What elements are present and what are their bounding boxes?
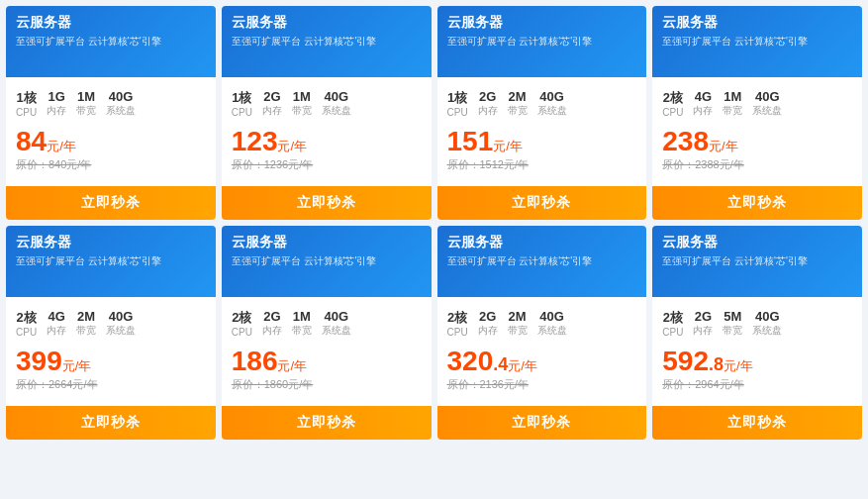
bw-label: 带宽 bbox=[292, 324, 312, 338]
product-card-3: 云服务器 至强可扩展平台 云计算核'芯'引擎 1核 CPU 2G 内存 2M 带… bbox=[437, 6, 647, 220]
spec-mem: 2G 内存 bbox=[478, 309, 498, 338]
spec-cpu: 2核 CPU bbox=[447, 309, 468, 338]
buy-button[interactable]: 立即秒杀 bbox=[652, 406, 862, 440]
mem-label: 内存 bbox=[262, 324, 282, 338]
spec-bw: 1M 带宽 bbox=[292, 309, 312, 338]
cpu-label: CPU bbox=[447, 327, 468, 338]
price-current: 84元/年 bbox=[16, 128, 206, 155]
card-title: 云服务器 bbox=[232, 234, 422, 251]
price-current: 399元/年 bbox=[16, 348, 206, 375]
disk-label: 系统盘 bbox=[322, 324, 351, 338]
disk-value: 40G bbox=[755, 89, 780, 104]
price-original: 原价：2964元/年 bbox=[662, 377, 852, 392]
mem-label: 内存 bbox=[47, 104, 66, 118]
bw-value: 2M bbox=[509, 309, 527, 324]
cpu-value: 2核 bbox=[663, 309, 683, 327]
spec-cpu: 1核 CPU bbox=[232, 89, 252, 118]
bw-label: 带宽 bbox=[76, 104, 96, 118]
spec-cpu: 2核 CPU bbox=[16, 309, 37, 338]
bw-label: 带宽 bbox=[76, 324, 96, 338]
bw-label: 带宽 bbox=[723, 324, 742, 338]
price-original: 原价：1860元/年 bbox=[232, 377, 422, 392]
card-header: 云服务器 至强可扩展平台 云计算核'芯'引擎 bbox=[652, 226, 862, 297]
price-decimal: .8 bbox=[709, 354, 723, 374]
card-header: 云服务器 至强可扩展平台 云计算核'芯'引擎 bbox=[222, 226, 432, 297]
price-unit: 元/年 bbox=[47, 139, 76, 153]
spec-disk: 40G 系统盘 bbox=[322, 89, 351, 118]
cpu-label: CPU bbox=[232, 107, 252, 118]
disk-label: 系统盘 bbox=[322, 104, 351, 118]
spec-bw: 2M 带宽 bbox=[508, 89, 528, 118]
spec-cpu: 1核 CPU bbox=[447, 89, 468, 118]
spec-mem: 2G 内存 bbox=[693, 309, 713, 338]
card-body: 2核 CPU 4G 内存 1M 带宽 40G 系统盘 238元/年 bbox=[652, 77, 862, 186]
disk-value: 40G bbox=[109, 309, 134, 324]
cpu-value: 1核 bbox=[16, 89, 36, 107]
card-title: 云服务器 bbox=[16, 14, 206, 32]
specs: 1核 CPU 2G 内存 2M 带宽 40G 系统盘 bbox=[447, 89, 637, 118]
specs: 2核 CPU 4G 内存 2M 带宽 40G 系统盘 bbox=[16, 309, 206, 338]
cpu-value: 2核 bbox=[447, 309, 467, 327]
buy-button[interactable]: 立即秒杀 bbox=[652, 186, 862, 220]
disk-value: 40G bbox=[325, 309, 349, 324]
product-card-8: 云服务器 至强可扩展平台 云计算核'芯'引擎 2核 CPU 2G 内存 5M 带… bbox=[652, 226, 862, 440]
mem-value: 2G bbox=[479, 89, 496, 104]
card-header: 云服务器 至强可扩展平台 云计算核'芯'引擎 bbox=[437, 6, 647, 77]
card-header: 云服务器 至强可扩展平台 云计算核'芯'引擎 bbox=[437, 226, 647, 297]
spec-mem: 2G 内存 bbox=[262, 89, 282, 118]
spec-cpu: 1核 CPU bbox=[16, 89, 37, 118]
cpu-label: CPU bbox=[662, 327, 683, 338]
card-body: 2核 CPU 4G 内存 2M 带宽 40G 系统盘 399元/年 bbox=[6, 297, 216, 406]
card-body: 1核 CPU 2G 内存 2M 带宽 40G 系统盘 151元/年 bbox=[437, 77, 647, 186]
buy-button[interactable]: 立即秒杀 bbox=[437, 186, 647, 220]
cpu-value: 1核 bbox=[232, 89, 251, 107]
mem-value: 4G bbox=[48, 309, 64, 324]
spec-mem: 2G 内存 bbox=[478, 89, 498, 118]
mem-label: 内存 bbox=[478, 104, 498, 118]
cpu-label: CPU bbox=[447, 107, 468, 118]
cpu-value: 2核 bbox=[663, 89, 683, 107]
price-original: 原价：2388元/年 bbox=[662, 157, 852, 172]
bw-label: 带宽 bbox=[292, 104, 312, 118]
card-subtitle: 至强可扩展平台 云计算核'芯'引擎 bbox=[16, 35, 206, 49]
mem-value: 2G bbox=[263, 89, 280, 104]
card-subtitle: 至强可扩展平台 云计算核'芯'引擎 bbox=[662, 35, 852, 49]
card-header: 云服务器 至强可扩展平台 云计算核'芯'引擎 bbox=[222, 6, 432, 77]
buy-button[interactable]: 立即秒杀 bbox=[222, 406, 432, 440]
buy-button[interactable]: 立即秒杀 bbox=[6, 186, 216, 220]
card-title: 云服务器 bbox=[447, 234, 637, 251]
spec-disk: 40G 系统盘 bbox=[106, 89, 136, 118]
cpu-label: CPU bbox=[232, 327, 252, 338]
spec-bw: 2M 带宽 bbox=[508, 309, 528, 338]
buy-button[interactable]: 立即秒杀 bbox=[437, 406, 647, 440]
product-card-6: 云服务器 至强可扩展平台 云计算核'芯'引擎 2核 CPU 2G 内存 1M 带… bbox=[222, 226, 432, 440]
mem-value: 1G bbox=[48, 89, 64, 104]
price-original: 原价：2136元/年 bbox=[447, 377, 637, 392]
disk-label: 系统盘 bbox=[752, 104, 782, 118]
disk-label: 系统盘 bbox=[537, 324, 567, 338]
spec-cpu: 2核 CPU bbox=[232, 309, 252, 338]
cpu-label: CPU bbox=[16, 327, 37, 338]
product-card-5: 云服务器 至强可扩展平台 云计算核'芯'引擎 2核 CPU 4G 内存 2M 带… bbox=[6, 226, 216, 440]
spec-bw: 2M 带宽 bbox=[76, 309, 96, 338]
spec-mem: 1G 内存 bbox=[47, 89, 66, 118]
spec-disk: 40G 系统盘 bbox=[752, 89, 782, 118]
spec-cpu: 2核 CPU bbox=[662, 309, 683, 338]
mem-value: 2G bbox=[695, 309, 712, 324]
cpu-value: 2核 bbox=[232, 309, 251, 327]
card-header: 云服务器 至强可扩展平台 云计算核'芯'引擎 bbox=[652, 6, 862, 77]
specs: 1核 CPU 1G 内存 1M 带宽 40G 系统盘 bbox=[16, 89, 206, 118]
product-card-7: 云服务器 至强可扩展平台 云计算核'芯'引擎 2核 CPU 2G 内存 2M 带… bbox=[437, 226, 647, 440]
card-title: 云服务器 bbox=[447, 14, 637, 32]
cpu-label: CPU bbox=[662, 107, 683, 118]
buy-button[interactable]: 立即秒杀 bbox=[222, 186, 432, 220]
price-current: 186元/年 bbox=[232, 348, 422, 375]
specs: 2核 CPU 4G 内存 1M 带宽 40G 系统盘 bbox=[662, 89, 852, 118]
card-subtitle: 至强可扩展平台 云计算核'芯'引擎 bbox=[232, 254, 422, 268]
spec-bw: 1M 带宽 bbox=[76, 89, 96, 118]
card-subtitle: 至强可扩展平台 云计算核'芯'引擎 bbox=[447, 35, 637, 49]
price-unit: 元/年 bbox=[508, 358, 537, 373]
disk-value: 40G bbox=[109, 89, 134, 104]
price-original: 原价：840元/年 bbox=[16, 157, 206, 172]
buy-button[interactable]: 立即秒杀 bbox=[6, 406, 216, 440]
